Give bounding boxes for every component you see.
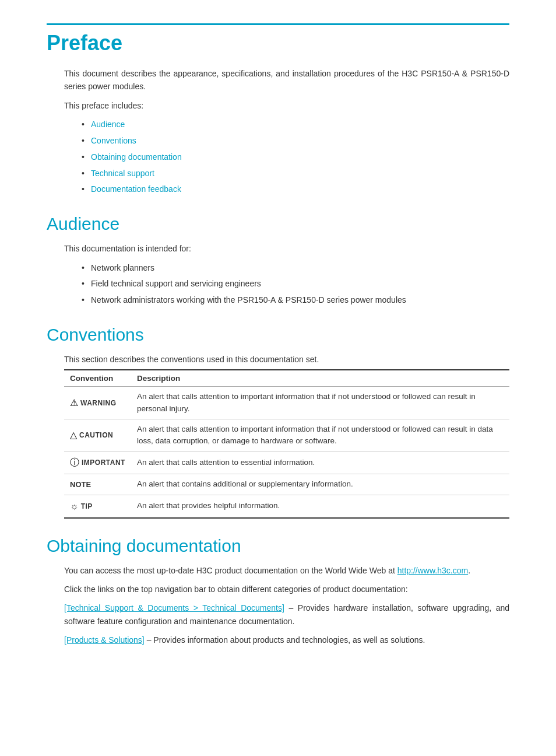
obtaining-para2: Click the links on the top navigation ba…	[64, 583, 509, 596]
important-convention-icon: ⓘ IMPORTANT	[70, 456, 125, 470]
conventions-intro: This section describes the conventions u…	[64, 353, 509, 366]
important-label: IMPORTANT	[82, 457, 125, 468]
list-item: Network administrators working with the …	[82, 293, 509, 307]
table-row: ⓘ IMPORTANT An alert that calls attentio…	[64, 452, 509, 474]
convention-note-cell: NOTE	[64, 474, 131, 495]
table-row: NOTE An alert that contains additional o…	[64, 474, 509, 495]
conventions-link[interactable]: Conventions	[91, 136, 136, 145]
table-col-convention: Convention	[64, 370, 131, 387]
convention-warning-cell: ⚠ WARNING	[64, 387, 131, 419]
list-item: Audience	[82, 118, 509, 132]
techsupport-link[interactable]: Technical support	[91, 169, 154, 178]
table-row: ⚠ WARNING An alert that calls attention …	[64, 387, 509, 419]
caution-label: CAUTION	[79, 430, 113, 440]
preface-links-list: Audience Conventions Obtaining documenta…	[82, 118, 509, 197]
list-item: Conventions	[82, 134, 509, 148]
warning-triangle-icon: ⚠	[70, 396, 78, 410]
important-circle-icon: ⓘ	[70, 456, 79, 470]
preface-title: Preface	[47, 31, 509, 55]
list-item: Field technical support and servicing en…	[82, 277, 509, 291]
table-row: ☼ TIP An alert that provides helpful inf…	[64, 495, 509, 518]
list-item: Documentation feedback	[82, 183, 509, 197]
conventions-title: Conventions	[47, 325, 509, 345]
obtaining-para4-after: – Provides information about products an…	[145, 635, 425, 645]
obtaining-block: You can access the most up-to-date H3C p…	[47, 564, 509, 647]
warning-convention-icon: ⚠ WARNING	[70, 396, 125, 410]
note-convention-icon: NOTE	[70, 479, 125, 491]
preface-includes-label: This preface includes:	[64, 99, 509, 112]
obtaining-para3: [Technical Support & Documents > Technic…	[64, 601, 509, 628]
audience-link[interactable]: Audience	[91, 120, 125, 129]
obtaining-para4: [Products & Solutions] – Provides inform…	[64, 634, 509, 646]
obtaining-link[interactable]: Obtaining documentation	[91, 152, 182, 162]
audience-intro: This documentation is intended for:	[64, 242, 509, 255]
caution-triangle-icon: △	[70, 428, 77, 442]
top-border	[47, 23, 509, 25]
important-description: An alert that calls attention to essenti…	[131, 452, 509, 474]
tip-description: An alert that provides helpful informati…	[131, 495, 509, 518]
tech-support-docs-link[interactable]: [Technical Support & Documents > Technic…	[64, 603, 284, 612]
note-label: NOTE	[70, 479, 91, 491]
convention-caution-cell: △ CAUTION	[64, 419, 131, 452]
products-solutions-link[interactable]: [Products & Solutions]	[64, 635, 145, 645]
conventions-block: This section describes the conventions u…	[47, 353, 509, 519]
list-item: Technical support	[82, 167, 509, 181]
obtaining-para1-before: You can access the most up-to-date H3C p…	[64, 566, 397, 575]
tip-label: TIP	[81, 501, 93, 512]
audience-block: This documentation is intended for: Netw…	[47, 242, 509, 307]
obtaining-para1-after: .	[468, 566, 470, 575]
page-container: Preface This document describes the appe…	[0, 0, 556, 688]
tip-bulb-icon: ☼	[70, 499, 79, 513]
warning-label: WARNING	[80, 398, 117, 408]
list-item: Obtaining documentation	[82, 150, 509, 164]
table-row: △ CAUTION An alert that calls attention …	[64, 419, 509, 452]
caution-convention-icon: △ CAUTION	[70, 428, 125, 442]
conventions-table: Convention Description ⚠ WARNING An aler…	[64, 369, 509, 518]
tip-convention-icon: ☼ TIP	[70, 499, 125, 513]
caution-description: An alert that calls attention to importa…	[131, 419, 509, 452]
audience-list: Network planners Field technical support…	[82, 261, 509, 307]
warning-description: An alert that calls attention to importa…	[131, 387, 509, 419]
docfeedback-link[interactable]: Documentation feedback	[91, 184, 181, 194]
obtaining-para1: You can access the most up-to-date H3C p…	[64, 564, 509, 577]
audience-title: Audience	[47, 214, 509, 234]
preface-intro-text: This document describes the appearance, …	[64, 67, 509, 93]
note-description: An alert that contains additional or sup…	[131, 474, 509, 495]
obtaining-title: Obtaining documentation	[47, 536, 509, 556]
table-col-description: Description	[131, 370, 509, 387]
preface-intro-block: This document describes the appearance, …	[47, 67, 509, 197]
convention-tip-cell: ☼ TIP	[64, 495, 131, 518]
h3c-website-link[interactable]: http://www.h3c.com	[397, 566, 468, 575]
convention-important-cell: ⓘ IMPORTANT	[64, 452, 131, 474]
list-item: Network planners	[82, 261, 509, 275]
